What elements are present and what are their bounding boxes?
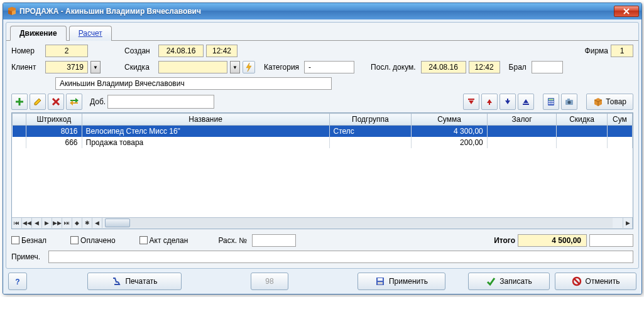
col-sumcut[interactable]: Сум: [607, 114, 632, 126]
col-barcode[interactable]: Штрихкод: [26, 114, 82, 126]
field-category[interactable]: -: [304, 61, 354, 73]
scroll-left[interactable]: ◀: [92, 218, 102, 228]
field-took[interactable]: [532, 61, 563, 73]
goods-button-label: Товар: [606, 97, 626, 106]
nav-prev[interactable]: ◀: [32, 218, 42, 228]
tabs: Движение Расчет: [6, 23, 638, 40]
apply-button[interactable]: Применить: [357, 273, 445, 290]
nav-extra1[interactable]: ◆: [72, 218, 82, 228]
field-firm[interactable]: 1: [611, 45, 633, 57]
data-grid[interactable]: Штрихкод Название Подгруппа Сумма Залог …: [11, 112, 633, 229]
svg-rect-10: [567, 99, 570, 100]
tab-calc[interactable]: Расчет: [69, 26, 112, 41]
svg-text:?: ?: [15, 278, 19, 286]
field-number[interactable]: 2: [45, 45, 88, 57]
field-client-code[interactable]: 3719: [45, 61, 88, 73]
label-number: Номер: [11, 46, 43, 55]
field-lastdoc-time[interactable]: 12:42: [469, 61, 500, 73]
checkbox-cashless[interactable]: Безнал: [11, 236, 46, 245]
tool-bottom-button[interactable]: [518, 94, 534, 110]
table-row[interactable]: 666Продажа товара200,00: [13, 137, 633, 148]
table-row[interactable]: 8016Велосипед Стелс Мисс 16"Стелс4 300,0…: [13, 126, 633, 137]
nav-prev-page[interactable]: ◀◀: [22, 218, 32, 228]
main-panel: Движение Расчет Номер 2 Создан 24.08.16 …: [6, 22, 639, 269]
cancel-button[interactable]: Отменить: [555, 273, 636, 290]
label-lastdoc: Посл. докум.: [371, 63, 415, 72]
field-total-extra[interactable]: [589, 234, 633, 247]
col-name[interactable]: Название: [82, 114, 329, 126]
grid-navigator: ⏮ ◀◀ ◀ ▶ ▶▶ ⏭ ◆ ✱ ◀ ▶: [12, 217, 633, 229]
col-selector[interactable]: [13, 114, 26, 126]
col-deposit[interactable]: Залог: [487, 114, 557, 126]
nav-extra2[interactable]: ✱: [82, 218, 92, 228]
tool-down-button[interactable]: [499, 94, 516, 110]
discount-dropdown[interactable]: ▼: [230, 61, 240, 73]
grid-header-row: Штрихкод Название Подгруппа Сумма Залог …: [13, 114, 633, 126]
label-created: Создан: [124, 46, 156, 55]
hscroll[interactable]: [105, 218, 613, 228]
print-button[interactable]: Печатать: [87, 273, 182, 290]
footer-buttons: ? Печатать 98 Применить Записать: [6, 269, 639, 291]
label-note: Примеч.: [11, 252, 46, 261]
nav-last[interactable]: ⏭: [62, 218, 72, 228]
svg-rect-1: [548, 99, 554, 100]
add-button[interactable]: [11, 94, 28, 110]
field-discount[interactable]: [158, 61, 227, 73]
checkbox-paid[interactable]: Оплачено: [70, 236, 115, 245]
label-took: Брал: [509, 63, 527, 72]
goods-button[interactable]: Товар: [586, 94, 633, 110]
svg-rect-4: [552, 101, 554, 102]
nav-first[interactable]: ⏮: [12, 218, 22, 228]
save-button[interactable]: Записать: [468, 273, 550, 290]
client-dropdown[interactable]: ▼: [90, 61, 101, 73]
svg-rect-14: [378, 282, 383, 284]
client-fullname: Акиньшин Владимир Вячеславович: [55, 77, 332, 90]
transfer-button[interactable]: [66, 94, 82, 110]
field-expense[interactable]: [252, 234, 296, 247]
nav-next-page[interactable]: ▶▶: [52, 218, 62, 228]
svg-rect-3: [550, 101, 552, 102]
svg-rect-13: [378, 278, 383, 281]
delete-button[interactable]: [48, 94, 64, 110]
titlebar[interactable]: ПРОДАЖА - Акиньшин Владимир Вячеславович: [3, 3, 641, 19]
svg-rect-5: [548, 103, 550, 104]
tool-top-button[interactable]: [463, 94, 479, 110]
client-area: Движение Расчет Номер 2 Создан 24.08.16 …: [3, 19, 641, 294]
field-total: 4 500,00: [518, 234, 587, 247]
label-category: Категория: [264, 63, 299, 72]
nav-next[interactable]: ▶: [42, 218, 52, 228]
label-client: Клиент: [11, 63, 43, 72]
svg-rect-2: [548, 101, 550, 102]
tab-movement[interactable]: Движение: [10, 26, 67, 41]
help-button[interactable]: ?: [8, 273, 27, 290]
toolbar: Доб. Товар: [11, 92, 633, 111]
camera-button[interactable]: [561, 94, 577, 110]
form-area: Номер 2 Создан 24.08.16 12:42 Фирма 1 Кл…: [6, 40, 638, 268]
sale-window: ПРОДАЖА - Акиньшин Владимир Вячеславович…: [3, 3, 642, 295]
lightning-button[interactable]: [243, 61, 255, 73]
field-created-date[interactable]: 24.08.16: [158, 45, 204, 57]
edit-button[interactable]: [30, 94, 46, 110]
col-subgroup[interactable]: Подгруппа: [329, 114, 412, 126]
svg-rect-6: [550, 103, 552, 104]
label-total: Итого: [494, 236, 515, 245]
col-discount[interactable]: Скидка: [557, 114, 607, 126]
close-button[interactable]: [614, 6, 639, 17]
id-button: 98: [251, 273, 288, 290]
svg-point-9: [568, 101, 571, 104]
label-discount: Скидка: [124, 63, 156, 72]
scroll-right[interactable]: ▶: [623, 218, 633, 228]
field-lastdoc-date[interactable]: 24.08.16: [421, 61, 466, 73]
checkbox-act[interactable]: Акт сделан: [139, 236, 188, 245]
label-expense: Расх. №: [218, 236, 247, 245]
window-title: ПРОДАЖА - Акиньшин Владимир Вячеславович: [19, 7, 614, 16]
add-input[interactable]: [107, 95, 214, 109]
label-add: Доб.: [90, 97, 106, 106]
app-icon: [7, 6, 17, 16]
col-sum[interactable]: Сумма: [412, 114, 488, 126]
tool-up-button[interactable]: [481, 94, 498, 110]
svg-rect-7: [552, 103, 554, 104]
note-input[interactable]: [48, 251, 633, 263]
calc-button[interactable]: [543, 94, 559, 110]
field-created-time[interactable]: 12:42: [206, 45, 237, 57]
